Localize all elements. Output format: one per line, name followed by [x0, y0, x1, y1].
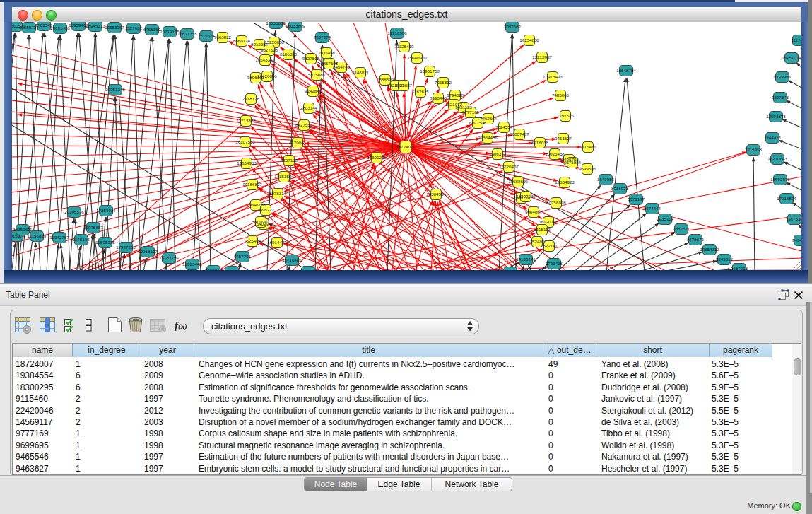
svg-text:5878314: 5878314: [269, 191, 287, 196]
svg-text:1145194: 1145194: [73, 237, 90, 242]
svg-text:16782759: 16782759: [159, 255, 179, 260]
svg-text:9129966: 9129966: [774, 74, 792, 79]
svg-text:3215958: 3215958: [745, 147, 763, 152]
svg-text:2935114: 2935114: [657, 216, 673, 221]
svg-text:16648784: 16648784: [616, 68, 636, 73]
svg-text:9474444: 9474444: [644, 206, 661, 211]
svg-text:7751120: 7751120: [300, 269, 317, 270]
svg-text:10756928: 10756928: [546, 200, 566, 205]
svg-text:8427552: 8427552: [295, 122, 313, 127]
svg-text:19654923: 19654923: [555, 180, 575, 185]
svg-text:9575884: 9575884: [564, 160, 582, 165]
svg-text:6794028: 6794028: [447, 93, 464, 98]
svg-text:8186323: 8186323: [280, 52, 298, 57]
svg-text:9242845: 9242845: [305, 88, 322, 93]
svg-text:9457791: 9457791: [234, 254, 252, 259]
svg-text:9327503: 9327503: [261, 47, 278, 52]
svg-text:12213383: 12213383: [236, 118, 256, 123]
svg-text:9327502: 9327502: [302, 56, 320, 61]
svg-text:8938923: 8938923: [611, 186, 629, 191]
svg-text:15716485: 15716485: [282, 257, 302, 262]
svg-text:9777169: 9777169: [462, 110, 480, 115]
svg-text:15640910: 15640910: [407, 55, 427, 60]
svg-text:20691406: 20691406: [50, 25, 70, 30]
svg-text:3024554: 3024554: [495, 124, 513, 129]
svg-text:12093873: 12093873: [766, 114, 786, 119]
svg-text:1527602: 1527602: [125, 25, 143, 30]
svg-text:15720407: 15720407: [499, 164, 519, 169]
svg-text:7386372: 7386372: [489, 151, 507, 156]
svg-text:9464521: 9464521: [792, 238, 801, 243]
svg-text:16033809: 16033809: [266, 22, 286, 25]
svg-text:14136141: 14136141: [516, 257, 536, 262]
svg-text:9463627: 9463627: [555, 136, 572, 141]
svg-text:10653267: 10653267: [105, 25, 124, 30]
svg-text:5875685: 5875685: [308, 72, 326, 77]
svg-text:8122321: 8122321: [223, 269, 241, 270]
svg-text:9080113: 9080113: [502, 269, 519, 270]
svg-text:18350611: 18350611: [13, 227, 33, 232]
svg-text:16046788: 16046788: [246, 202, 266, 207]
svg-text:7632621: 7632621: [673, 226, 690, 231]
svg-text:9115460: 9115460: [579, 144, 596, 149]
svg-text:15300275: 15300275: [367, 155, 387, 160]
svg-text:3267130: 3267130: [281, 158, 298, 163]
svg-text:19218506: 19218506: [387, 30, 407, 35]
svg-text:7625402: 7625402: [244, 238, 261, 243]
svg-text:10025438: 10025438: [545, 151, 565, 156]
svg-text:8990448: 8990448: [430, 95, 447, 100]
svg-text:2718176: 2718176: [242, 96, 260, 101]
svg-text:8454749: 8454749: [333, 64, 351, 69]
svg-text:16154838: 16154838: [519, 37, 539, 42]
svg-text:19384554: 19384554: [426, 192, 446, 197]
svg-text:20206576: 20206576: [64, 209, 84, 214]
svg-text:23420046: 23420046: [257, 74, 277, 78]
svg-text:3498222: 3498222: [257, 207, 275, 212]
svg-text:1797515: 1797515: [557, 113, 575, 118]
svg-text:19166827: 19166827: [242, 182, 262, 187]
svg-text:2803144: 2803144: [300, 105, 318, 110]
svg-text:9437213: 9437213: [731, 266, 748, 270]
svg-text:16914479: 16914479: [267, 240, 287, 245]
svg-text:12213967: 12213967: [532, 54, 552, 59]
svg-text:12942757: 12942757: [49, 235, 69, 240]
svg-text:8660124: 8660124: [233, 38, 251, 43]
svg-text:6216018: 6216018: [531, 140, 549, 145]
svg-text:18807249: 18807249: [516, 194, 536, 199]
svg-text:1733426: 1733426: [546, 261, 563, 266]
svg-text:19654983: 19654983: [237, 160, 257, 165]
svg-text:18945213: 18945213: [86, 23, 105, 28]
svg-text:10973493: 10973493: [543, 74, 563, 79]
svg-text:17957255: 17957255: [116, 245, 136, 250]
svg-text:2035466: 2035466: [318, 50, 336, 55]
svg-text:2522141: 2522141: [541, 243, 558, 248]
svg-text:7955812: 7955812: [435, 80, 452, 85]
svg-text:20053346: 20053346: [105, 87, 125, 92]
svg-text:1640954: 1640954: [597, 177, 615, 182]
svg-text:6466160: 6466160: [143, 27, 161, 32]
svg-text:9451123: 9451123: [455, 105, 472, 110]
svg-text:1162615: 1162615: [412, 89, 429, 94]
svg-text:6679197: 6679197: [628, 197, 645, 201]
svg-text:30975857: 30975857: [83, 225, 103, 230]
svg-text:17359934: 17359934: [96, 208, 116, 213]
svg-text:17016504: 17016504: [777, 196, 796, 201]
svg-text:1588520: 1588520: [377, 77, 394, 82]
svg-text:10654112: 10654112: [700, 247, 719, 252]
svg-text:7515524: 7515524: [198, 33, 216, 38]
svg-text:16961758: 16961758: [420, 69, 440, 74]
svg-text:5322037: 5322037: [395, 83, 413, 88]
svg-text:10688609: 10688609: [508, 179, 528, 184]
svg-text:11156829: 11156829: [28, 233, 47, 238]
svg-text:5409942: 5409942: [252, 219, 270, 224]
svg-text:15226058: 15226058: [264, 40, 284, 45]
svg-text:1117405: 1117405: [791, 37, 801, 42]
svg-text:10958107: 10958107: [138, 249, 158, 254]
svg-text:7462664: 7462664: [480, 116, 498, 121]
svg-text:9699695: 9699695: [579, 166, 596, 171]
svg-text:11325419: 11325419: [394, 44, 414, 49]
svg-text:15751074: 15751074: [782, 55, 801, 60]
svg-text:4170041: 4170041: [289, 140, 307, 145]
svg-text:7357274: 7357274: [314, 35, 331, 40]
svg-text:1615112: 1615112: [534, 227, 551, 232]
